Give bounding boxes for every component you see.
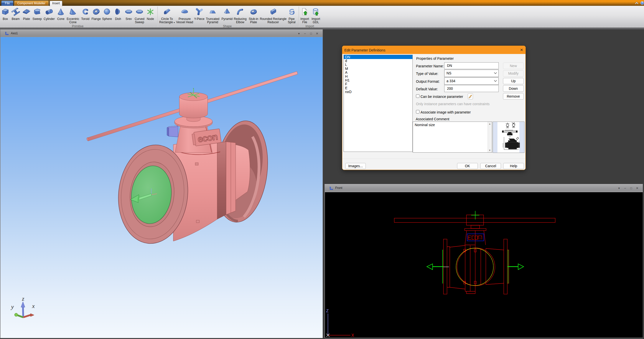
svg-text:y: y [11, 303, 14, 310]
svg-text:x: x [32, 303, 35, 309]
svg-text:z: z [22, 295, 24, 302]
svg-text:X: X [351, 333, 354, 337]
svg-text:Z: Z [326, 309, 329, 313]
